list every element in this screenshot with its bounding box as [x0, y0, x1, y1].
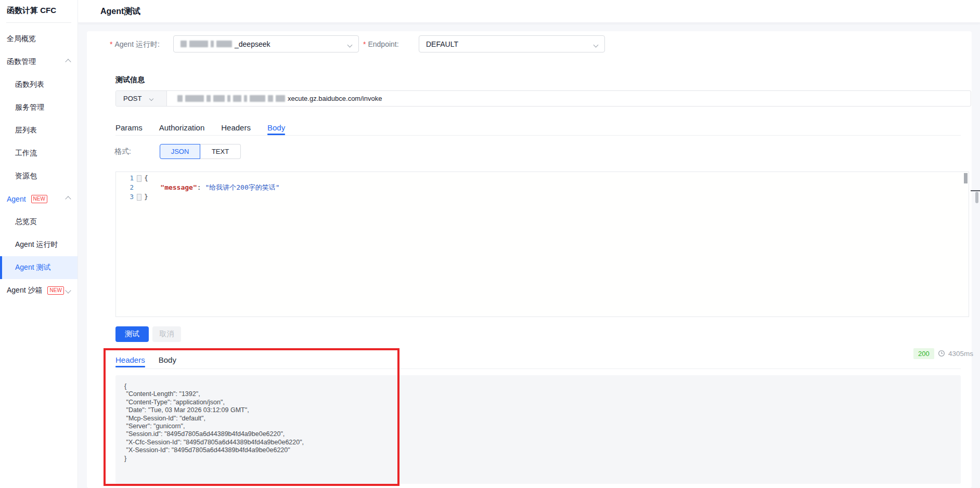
sidebar-item-agent-sandbox[interactable]: Agent 沙箱NEW: [0, 279, 78, 302]
status-code-badge: 200: [913, 348, 934, 359]
redacted-text: [211, 41, 214, 47]
sidebar-item-label: 服务管理: [15, 103, 44, 112]
sidebar-nav: 全局概览函数管理函数列表服务管理层列表工作流资源包AgentNEW总览页Agen…: [0, 28, 78, 302]
token-plain: :: [197, 183, 205, 191]
chevron-down-icon: [594, 43, 599, 48]
response-header-line: "X-Cfc-Session-Id": "8495d7805a6d44389b4…: [124, 439, 961, 446]
response-header-line: }: [124, 455, 961, 463]
format-option-label: TEXT: [212, 148, 229, 155]
chevron-down-icon: [149, 96, 153, 100]
page-header: Agent测试: [78, 0, 980, 23]
fold-marker-icon[interactable]: [137, 175, 141, 182]
sidebar-item-agent-test[interactable]: Agent 测试: [0, 256, 78, 279]
sidebar-item-service-mgmt[interactable]: 服务管理: [0, 96, 78, 119]
response-tab-headers[interactable]: Headers: [115, 355, 145, 367]
runtime-select[interactable]: _deepseek: [173, 35, 359, 52]
sidebar-item-label: 总览页: [15, 217, 37, 227]
fold-gutter: [134, 175, 144, 182]
request-tab-params[interactable]: Params: [115, 123, 143, 135]
new-badge: NEW: [31, 195, 47, 203]
new-badge: NEW: [47, 286, 63, 295]
test-button[interactable]: 测试: [115, 326, 149, 342]
sidebar-item-label: 资源包: [15, 172, 37, 181]
sidebar-item-agent-runtime[interactable]: Agent 运行时: [0, 233, 78, 256]
line-number: 1: [116, 174, 134, 183]
redacted-text: [185, 95, 204, 102]
chevron-down-icon: [65, 287, 71, 293]
tab-label: Body: [159, 355, 176, 364]
response-header-line: "Server": "gunicorn",: [124, 423, 961, 430]
chevron-down-icon: [347, 43, 353, 48]
request-body-editor[interactable]: 1{2 "message": "给我讲个200字的笑话"3}: [115, 172, 969, 317]
response-header-line: "Content-Length": "1392",: [124, 390, 961, 398]
response-header-line: "Date": "Tue, 03 Mar 2026 03:12:09 GMT",: [124, 406, 961, 414]
request-tab-body[interactable]: Body: [267, 123, 285, 135]
sidebar-item-label: 工作流: [15, 149, 37, 158]
endpoint-label-text: Endpoint:: [368, 40, 398, 48]
endpoint-label: *Endpoint:: [363, 40, 399, 48]
sidebar-item-layer-list[interactable]: 层列表: [0, 119, 78, 142]
chevron-up-icon: [65, 196, 71, 202]
token-brace: }: [144, 193, 148, 201]
clock-icon: [938, 350, 945, 357]
required-asterisk: *: [363, 40, 366, 48]
redacted-text: [233, 95, 241, 102]
redacted-text: [216, 41, 232, 47]
fold-gutter: [134, 194, 144, 201]
sidebar: 函数计算 CFC 全局概览函数管理函数列表服务管理层列表工作流资源包AgentN…: [0, 0, 78, 488]
redacted-text: [189, 41, 208, 47]
redacted-runtime-prefix: [180, 41, 235, 47]
sidebar-item-agent[interactable]: AgentNEW: [0, 188, 78, 210]
sidebar-item-label: 层列表: [15, 126, 37, 135]
format-option-json[interactable]: JSON: [160, 144, 200, 159]
sidebar-item-function-mgmt[interactable]: 函数管理: [0, 50, 78, 73]
test-info-title: 测试信息: [115, 75, 145, 85]
redacted-text: [207, 95, 211, 102]
editor-line: 1{: [116, 174, 969, 183]
sidebar-item-workflow[interactable]: 工作流: [0, 142, 78, 165]
cancel-button[interactable]: 取消: [152, 326, 181, 342]
runtime-label-text: Agent 运行时:: [114, 40, 159, 48]
sidebar-item-resource-pack[interactable]: 资源包: [0, 165, 78, 188]
redacted-text: [276, 95, 285, 102]
redacted-url-prefix: [177, 95, 288, 102]
line-number: 2: [116, 183, 134, 192]
page-scrollbar[interactable]: [975, 192, 978, 203]
token-string: "给我讲个200字的笑话": [205, 183, 279, 191]
sidebar-item-label: Agent 运行时: [15, 240, 58, 249]
fold-marker-icon[interactable]: [137, 194, 141, 201]
scrollbar-marker: [971, 190, 980, 191]
response-tabs: HeadersBody: [115, 355, 176, 367]
endpoint-select[interactable]: DEFAULT: [419, 35, 605, 52]
response-headers-content: { "Content-Length": "1392", "Content-Typ…: [124, 383, 961, 463]
token-plain: [144, 183, 160, 191]
sidebar-item-agent-overview[interactable]: 总览页: [0, 210, 78, 233]
line-number: 3: [116, 192, 134, 202]
tab-label: Headers: [115, 355, 145, 364]
code-text: }: [144, 192, 148, 202]
response-header-line: "Content-Type": "application/json",: [124, 399, 961, 406]
runtime-select-value: _deepseek: [235, 40, 270, 48]
sidebar-item-function-list[interactable]: 函数列表: [0, 73, 78, 96]
format-label: 格式:: [114, 147, 131, 156]
method-select[interactable]: POST: [116, 91, 167, 106]
tab-label: Headers: [221, 123, 251, 132]
sidebar-item-label: 函数列表: [15, 80, 44, 89]
request-tabs: ParamsAuthorizationHeadersBody: [115, 123, 285, 135]
redacted-text: [244, 95, 247, 102]
sidebar-item-label: Agent: [7, 195, 26, 203]
method-select-value: POST: [123, 95, 141, 102]
format-option-label: JSON: [171, 148, 189, 155]
sidebar-item-global-overview[interactable]: 全局概览: [0, 28, 78, 50]
sidebar-item-label: 函数管理: [7, 57, 36, 67]
page-title: Agent测试: [100, 0, 140, 23]
response-tab-body[interactable]: Body: [159, 355, 176, 367]
response-header-line: {: [124, 383, 961, 390]
request-tab-headers[interactable]: Headers: [221, 123, 251, 135]
request-tab-authorization[interactable]: Authorization: [159, 123, 205, 135]
format-option-text[interactable]: TEXT: [200, 144, 241, 159]
response-tabs-separator: [115, 368, 961, 369]
redacted-text: [177, 95, 183, 102]
editor-scrollbar[interactable]: [964, 173, 968, 183]
sidebar-item-label: 全局概览: [7, 34, 36, 44]
